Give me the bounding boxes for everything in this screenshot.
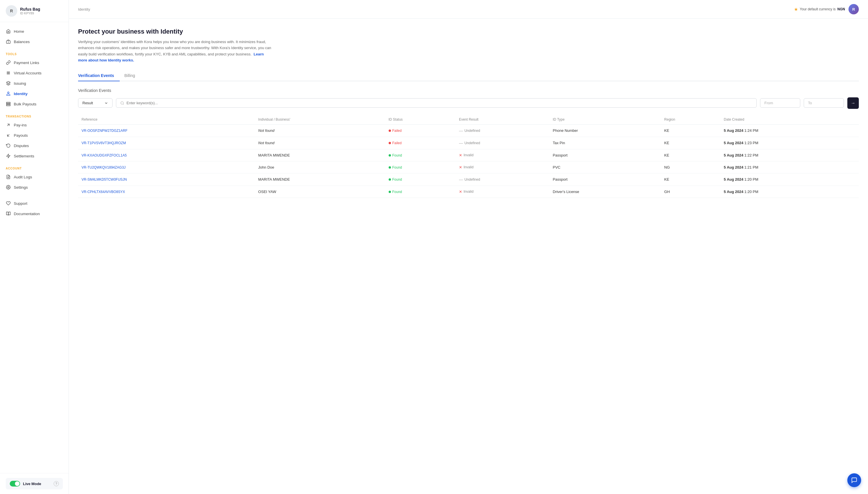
reference-link[interactable]: VR-T1PVSV6VT3HQJROZM	[81, 141, 126, 145]
individual-cell: Not found	[255, 125, 385, 137]
dash-icon: —	[459, 128, 463, 133]
sidebar-item-label: Documentation	[14, 212, 40, 216]
col-date-created: Date Created	[721, 115, 859, 125]
from-date-input[interactable]: From	[760, 98, 800, 108]
result-text: Undefined	[465, 129, 480, 133]
individual-cell: MARITA MWENDE	[255, 149, 385, 161]
table-row: VR-SM4LMKD5TCW0FUSJNMARITA MWENDEFound—U…	[78, 173, 859, 186]
tools-label: TOOLS	[0, 53, 68, 57]
dash-icon: —	[459, 141, 463, 145]
sidebar-item-home[interactable]: Home	[0, 26, 68, 37]
balances-icon	[6, 39, 11, 44]
status-badge: Found	[392, 190, 402, 194]
svg-line-18	[123, 104, 124, 104]
audit-logs-icon	[6, 174, 11, 179]
sidebar-item-label: Home	[14, 29, 24, 34]
individual-cell: Not found	[255, 137, 385, 149]
sidebar-item-audit-logs[interactable]: Audit Logs	[0, 172, 68, 182]
sidebar-item-payouts[interactable]: Payouts	[0, 130, 68, 140]
table-header: Reference Individual / Business' ID Stat…	[78, 115, 859, 125]
svg-marker-13	[6, 154, 10, 158]
page-description: Verifying your customers' identities wit…	[78, 39, 273, 63]
tools-nav: TOOLS Payment Links Virtual Accounts Iss…	[0, 49, 68, 111]
x-icon: ✕	[459, 165, 462, 169]
result-filter[interactable]: Result	[78, 98, 113, 108]
currency-badge: ★ Your default currency is NGN	[794, 6, 845, 12]
virtual-accounts-icon	[6, 70, 11, 76]
sidebar-item-label: Issuing	[14, 81, 26, 86]
search-button[interactable]: →	[847, 97, 859, 109]
user-avatar[interactable]: R	[848, 4, 859, 14]
date-value: 5 Aug 2024	[724, 177, 744, 182]
sidebar: R Rufus Bag ID KPY89 Home Balances TOOLS…	[0, 0, 69, 494]
id-status-cell: Found	[385, 161, 455, 173]
content-area: Protect your business with Identity Veri…	[69, 19, 868, 494]
sidebar-item-payins[interactable]: Pay-ins	[0, 120, 68, 130]
event-result-cell: —Undefined	[455, 125, 549, 137]
sidebar-item-disputes[interactable]: Disputes	[0, 140, 68, 151]
to-date-input[interactable]: To	[804, 98, 844, 108]
result-text: Invalid	[463, 165, 474, 169]
col-reference: Reference	[78, 115, 255, 125]
payouts-icon	[6, 133, 11, 138]
tab-verification-events[interactable]: Verification Events	[78, 70, 120, 81]
reference-link[interactable]: VR-SM4LMKD5TCW0FUSJN	[81, 177, 127, 182]
sidebar-item-label: Settlements	[14, 154, 34, 158]
reference-link[interactable]: VR-KXAOUDGXPZFOCL1A5	[81, 153, 126, 157]
sidebar-item-settlements[interactable]: Settlements	[0, 151, 68, 161]
tab-billing[interactable]: Billing	[124, 70, 141, 81]
sidebar-item-label: Settings	[14, 185, 28, 190]
sidebar-item-label: Virtual Accounts	[14, 71, 42, 75]
sidebar-item-label: Audit Logs	[14, 175, 32, 179]
date-value: 5 Aug 2024	[724, 165, 744, 169]
sidebar-footer: Live Mode ?	[0, 473, 68, 494]
event-result-cell: ✕Invalid	[455, 161, 549, 173]
bulk-payouts-icon	[6, 101, 11, 107]
col-region: Region	[661, 115, 721, 125]
reference-link[interactable]: VR-CPHLTX64AVVBO8SYX	[81, 190, 125, 194]
live-mode-label: Live Mode	[23, 482, 41, 486]
sidebar-item-payment-links[interactable]: Payment Links	[0, 57, 68, 68]
date-created-cell: 5 Aug 2024 1:20 PM	[721, 186, 859, 197]
id-status-cell: Found	[385, 173, 455, 186]
sidebar-item-virtual-accounts[interactable]: Virtual Accounts	[0, 68, 68, 78]
svg-rect-8	[6, 102, 10, 103]
sidebar-item-label: Bulk Payouts	[14, 102, 37, 106]
section-title: Verification Events	[78, 88, 859, 93]
help-icon[interactable]: ?	[54, 481, 59, 486]
status-badge: Failed	[392, 141, 402, 145]
sidebar-item-label: Pay-ins	[14, 123, 27, 127]
event-result-cell: ✕Invalid	[455, 149, 549, 161]
sidebar-item-identity[interactable]: Identity	[0, 89, 68, 99]
reference-link[interactable]: VR-OOSPZNPW27DGZ1ARF	[81, 129, 127, 133]
date-value: 5 Aug 2024	[724, 141, 744, 145]
individual-cell: MARITA MWENDE	[255, 173, 385, 186]
status-dot	[389, 142, 391, 144]
sidebar-item-support[interactable]: Support	[0, 198, 68, 209]
date-value: 5 Aug 2024	[724, 190, 744, 194]
region-cell: KE	[661, 137, 721, 149]
user-id: ID KPY89	[20, 12, 40, 15]
identity-icon	[6, 91, 11, 96]
id-type-cell: PVC	[549, 161, 661, 173]
live-mode-toggle[interactable]	[10, 481, 20, 487]
sidebar-item-label: Payment Links	[14, 61, 39, 65]
sidebar-item-issuing[interactable]: Issuing	[0, 78, 68, 89]
issuing-icon	[6, 81, 11, 86]
id-type-cell: Driver's License	[549, 186, 661, 197]
result-text: Invalid	[463, 190, 474, 194]
sidebar-item-bulk-payouts[interactable]: Bulk Payouts	[0, 99, 68, 109]
sidebar-item-documentation[interactable]: Documentation	[0, 209, 68, 219]
result-text: Invalid	[463, 153, 474, 157]
reference-link[interactable]: VR-TU2QWKQV1894ZAG3J	[81, 166, 125, 169]
chat-button[interactable]	[847, 473, 861, 487]
date-created-cell: 5 Aug 2024 1:20 PM	[721, 173, 859, 186]
transactions-nav: TRANSACTIONS Pay-ins Payouts Disputes Se…	[0, 111, 68, 163]
sidebar-item-balances[interactable]: Balances	[0, 37, 68, 47]
avatar: R	[6, 5, 17, 17]
search-box	[116, 98, 757, 108]
search-input[interactable]	[126, 101, 752, 105]
topbar: Identity ★ Your default currency is NGN …	[69, 0, 868, 19]
sidebar-item-settings[interactable]: Settings	[0, 182, 68, 192]
table-row: VR-CPHLTX64AVVBO8SYXOSEI YAWFound✕Invali…	[78, 186, 859, 197]
